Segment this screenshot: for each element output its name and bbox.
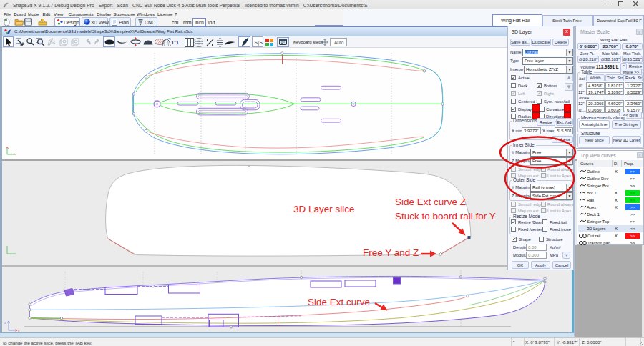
svg-text:Stuck to board rail for Y: Stuck to board rail for Y [395,211,496,222]
svg-text:3D Layer slice: 3D Layer slice [293,204,355,214]
svg-text:Side Ext curve: Side Ext curve [308,297,370,307]
svg-text:Side Ext curve Z: Side Ext curve Z [395,197,466,207]
svg-text:Free Y and Z: Free Y and Z [363,247,419,258]
